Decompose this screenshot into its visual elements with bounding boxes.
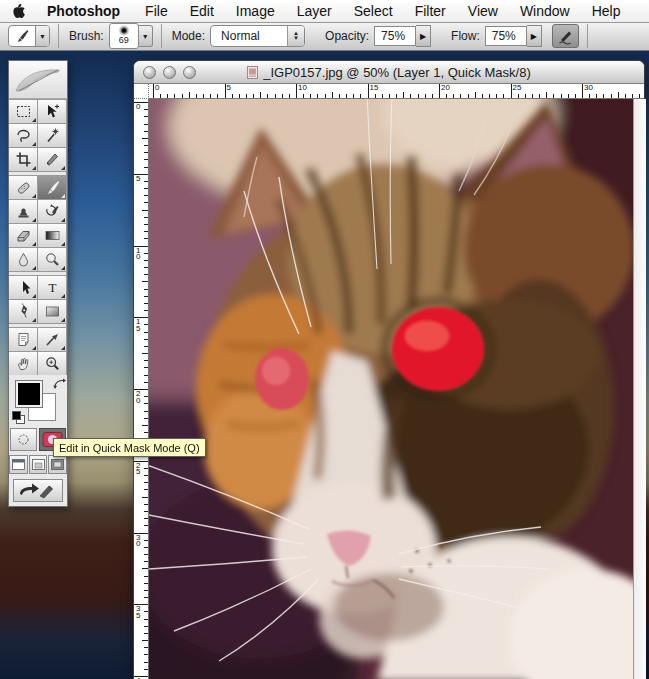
menu-item-window[interactable]: Window	[509, 3, 581, 19]
tool-clone-stamp[interactable]	[9, 200, 37, 223]
clone-stamp-icon	[15, 203, 32, 220]
tool-type[interactable]: T	[38, 276, 66, 299]
mode-label: Mode:	[172, 29, 205, 43]
minimize-button[interactable]	[163, 66, 176, 79]
tool-eyedropper[interactable]	[38, 328, 66, 351]
airbrush-toggle-button[interactable]	[552, 24, 579, 48]
opacity-label: Opacity:	[325, 29, 369, 43]
tool-rectangular-marquee[interactable]	[9, 100, 37, 123]
menu-item-layer[interactable]: Layer	[286, 3, 343, 19]
airbrush-icon	[557, 28, 574, 45]
default-colors-icon[interactable]	[12, 411, 24, 423]
brush-dropdown-button[interactable]: ▼	[139, 25, 153, 47]
flow-slider-button[interactable]: ▶	[527, 25, 542, 47]
fullscreen-icon	[51, 459, 64, 470]
stepper-arrows-icon: ▲▼	[287, 26, 304, 46]
tool-pen[interactable]	[9, 300, 37, 323]
lasso-icon	[15, 127, 32, 144]
foreground-color-swatch[interactable]	[15, 380, 43, 408]
crop-icon	[15, 151, 32, 168]
eraser-icon	[15, 227, 32, 244]
magic-wand-icon	[44, 127, 61, 144]
blend-mode-value: Normal	[211, 26, 287, 46]
tool-dodge[interactable]	[38, 248, 66, 271]
fullscreen-button[interactable]	[48, 455, 67, 474]
tool-hand[interactable]	[9, 352, 37, 375]
preset-dropdown-arrow-icon: ▼	[35, 26, 49, 46]
menu-item-help[interactable]: Help	[581, 3, 632, 19]
document-title-bar[interactable]: _IGP0157.jpg @ 50% (Layer 1, Quick Mask/…	[134, 61, 644, 84]
color-control	[9, 377, 67, 425]
ruler-corner	[134, 84, 149, 99]
zoom-window-button[interactable]	[183, 66, 196, 79]
tool-move[interactable]	[38, 100, 66, 123]
history-brush-icon	[44, 203, 61, 220]
blend-mode-select[interactable]: Normal ▲▼	[210, 25, 305, 47]
gradient-icon	[44, 227, 61, 244]
fullscreen-with-menubar-button[interactable]	[29, 455, 48, 474]
menu-item-photoshop[interactable]: Photoshop	[36, 3, 134, 19]
brush-icon	[44, 179, 61, 196]
horizontal-ruler[interactable]: 051015202530	[149, 84, 644, 99]
opacity-input[interactable]: 75%	[374, 26, 416, 46]
toolbox-header[interactable]	[9, 61, 67, 99]
standard-mode-icon	[15, 432, 32, 447]
brush-size-preview[interactable]: 69	[109, 23, 139, 49]
svg-text:T: T	[48, 280, 56, 295]
menu-item-view[interactable]: View	[457, 3, 509, 19]
menu-item-filter[interactable]: Filter	[404, 3, 457, 19]
healing-brush-icon	[15, 179, 32, 196]
hand-icon	[15, 355, 32, 372]
rectangle-shape-icon	[44, 303, 61, 320]
menu-item-file[interactable]: File	[134, 3, 179, 19]
options-bar: ▼ Brush: 69 ▼ Mode: Normal ▲▼ Opacity: 7…	[0, 22, 649, 51]
standard-screen-icon	[12, 459, 25, 470]
tool-lasso[interactable]	[9, 124, 37, 147]
tool-grid: T	[9, 99, 67, 375]
menu-item-select[interactable]: Select	[343, 3, 404, 19]
document-window: _IGP0157.jpg @ 50% (Layer 1, Quick Mask/…	[133, 60, 645, 679]
tool-zoom[interactable]	[38, 352, 66, 375]
tool-slice[interactable]	[38, 148, 66, 171]
swap-colors-icon[interactable]	[53, 378, 66, 390]
flow-input[interactable]: 75%	[485, 26, 527, 46]
pen-icon	[15, 303, 32, 320]
tool-rectangle[interactable]	[38, 300, 66, 323]
blur-drop-icon	[15, 251, 32, 268]
photoshop-feather-icon	[12, 64, 64, 96]
zoom-icon	[44, 355, 61, 372]
tool-healing-brush[interactable]	[9, 176, 37, 199]
tool-magic-wand[interactable]	[38, 124, 66, 147]
vertical-ruler[interactable]: 051 01 52 02 53 03 54 0	[134, 99, 149, 679]
eyedropper-icon	[44, 331, 61, 348]
menu-bar: Photoshop File Edit Image Layer Select F…	[0, 0, 649, 23]
standard-mode-button[interactable]	[10, 428, 37, 451]
jump-to-imageready-button[interactable]	[13, 479, 63, 502]
opacity-slider-button[interactable]: ▶	[416, 25, 431, 47]
standard-screen-button[interactable]	[9, 455, 28, 474]
notes-icon	[15, 331, 32, 348]
tool-history-brush[interactable]	[38, 200, 66, 223]
brush-label: Brush:	[69, 29, 104, 43]
imageready-icon	[18, 482, 58, 499]
close-button[interactable]	[143, 66, 156, 79]
tool-path-selection[interactable]	[9, 276, 37, 299]
tool-gradient[interactable]	[38, 224, 66, 247]
rectangular-marquee-icon	[15, 103, 32, 120]
tool-eraser[interactable]	[9, 224, 37, 247]
tool-crop[interactable]	[9, 148, 37, 171]
tool-blur[interactable]	[9, 248, 37, 271]
type-icon: T	[44, 279, 61, 296]
cat-photo-quickmask	[149, 99, 633, 679]
menu-item-image[interactable]: Image	[225, 3, 286, 19]
canvas-image[interactable]	[149, 99, 633, 679]
apple-menu-icon[interactable]	[12, 3, 26, 19]
tool-notes[interactable]	[9, 328, 37, 351]
tool-preset-picker[interactable]: ▼	[8, 25, 50, 47]
tool-brush[interactable]	[38, 176, 66, 199]
move-icon	[44, 103, 61, 120]
document-title: _IGP0157.jpg @ 50% (Layer 1, Quick Mask/…	[134, 65, 644, 80]
vertical-scrollbar[interactable]	[633, 99, 646, 679]
menu-item-edit[interactable]: Edit	[179, 3, 225, 19]
fullscreen-menubar-icon	[32, 459, 45, 470]
